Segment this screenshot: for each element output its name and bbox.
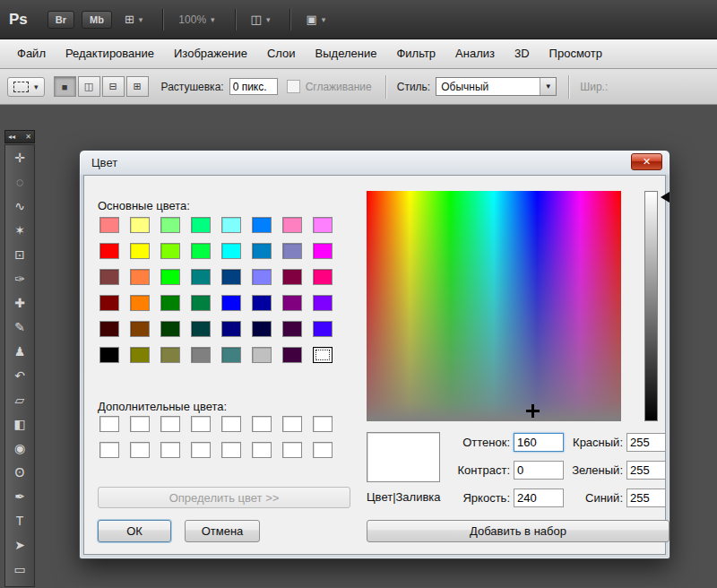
color-swatch[interactable] (99, 347, 119, 363)
pen-tool[interactable]: ✒ (5, 484, 34, 508)
color-swatch[interactable] (252, 269, 272, 285)
color-swatch[interactable] (160, 442, 180, 458)
gradient-tool[interactable]: ◧ (5, 411, 34, 436)
menu-item-view[interactable]: Просмотр (540, 39, 612, 68)
color-swatch[interactable] (160, 321, 180, 337)
color-swatch[interactable] (221, 416, 241, 432)
color-swatch[interactable] (191, 442, 211, 458)
color-swatch[interactable] (313, 321, 333, 337)
color-swatch[interactable] (191, 217, 211, 233)
intersect-selection-button[interactable]: ⊞ (126, 76, 149, 97)
launcher-button[interactable]: ⊞ ▾ (119, 10, 148, 29)
color-swatch[interactable] (252, 347, 272, 363)
color-swatch[interactable] (282, 269, 302, 285)
saturation-marker[interactable] (526, 404, 540, 418)
path-selection-tool[interactable]: ➤ (5, 532, 34, 557)
color-swatch[interactable] (160, 295, 180, 311)
add-to-custom-button[interactable]: Добавить в набор (367, 520, 669, 542)
shape-tool[interactable]: ▭ (5, 557, 34, 581)
color-swatch[interactable] (282, 442, 302, 458)
hue-saturation-field[interactable] (367, 191, 621, 421)
color-swatch[interactable] (130, 269, 150, 285)
color-swatch[interactable] (160, 243, 180, 259)
marquee-tool[interactable]: ◌ (5, 169, 34, 194)
color-swatch[interactable] (160, 347, 180, 363)
color-swatch[interactable] (282, 295, 302, 311)
color-swatch[interactable] (221, 442, 241, 458)
color-swatch[interactable] (313, 416, 333, 432)
define-custom-button[interactable]: Определить цвет >> (98, 487, 350, 508)
color-swatch[interactable] (313, 347, 333, 363)
new-selection-button[interactable]: ■ (54, 76, 76, 97)
green-input[interactable] (626, 461, 666, 480)
feather-input[interactable] (229, 78, 278, 95)
color-swatch[interactable] (221, 347, 241, 363)
cancel-button[interactable]: Отмена (185, 520, 260, 542)
color-swatch[interactable] (313, 295, 333, 311)
screen-mode-button[interactable]: ▣ ▾ (300, 10, 331, 29)
luminance-arrow[interactable] (661, 192, 669, 203)
blur-tool[interactable]: ◉ (5, 436, 34, 460)
ok-button[interactable]: ОК (98, 520, 171, 542)
color-swatch[interactable] (191, 321, 211, 337)
color-swatch[interactable] (191, 347, 211, 363)
color-swatch[interactable] (99, 442, 119, 458)
color-swatch[interactable] (252, 243, 272, 259)
brush-tool[interactable]: ✎ (5, 315, 34, 339)
crop-tool[interactable]: ⊡ (5, 242, 34, 266)
clone-stamp-tool[interactable]: ♟ (5, 339, 34, 363)
quick-selection-tool[interactable]: ✶ (5, 218, 34, 242)
color-swatch[interactable] (130, 416, 150, 432)
color-swatch[interactable] (221, 295, 241, 311)
color-swatch[interactable] (221, 217, 241, 233)
arrange-documents-button[interactable]: ◫ ▾ (246, 10, 276, 29)
eraser-tool[interactable]: ▱ (5, 387, 34, 411)
color-swatch[interactable] (282, 217, 302, 233)
red-input[interactable] (626, 433, 666, 452)
color-swatch[interactable] (221, 243, 241, 259)
color-swatch[interactable] (99, 416, 119, 432)
color-swatch[interactable] (130, 442, 150, 458)
antialias-checkbox[interactable] (287, 80, 300, 93)
menu-item-select[interactable]: Выделение (306, 39, 387, 68)
color-swatch[interactable] (313, 442, 333, 458)
type-tool[interactable]: T (5, 508, 34, 532)
color-swatch[interactable] (252, 295, 272, 311)
bridge-button[interactable]: Br (48, 11, 74, 29)
zoom-level-control[interactable]: 100% ▾ (173, 11, 220, 29)
history-brush-tool[interactable]: ↶ (5, 363, 34, 387)
color-swatch[interactable] (191, 295, 211, 311)
color-swatch[interactable] (130, 243, 150, 259)
healing-brush-tool[interactable]: ✚ (5, 290, 34, 315)
color-swatch[interactable] (191, 243, 211, 259)
color-swatch[interactable] (313, 217, 333, 233)
color-swatch[interactable] (99, 217, 119, 233)
menu-item-filter[interactable]: Фильтр (386, 39, 445, 68)
menu-item-3d[interactable]: 3D (505, 39, 540, 68)
subtract-selection-button[interactable]: ⊟ (102, 76, 125, 97)
style-dropdown[interactable]: Обычный ▼ (436, 77, 557, 96)
color-swatch[interactable] (282, 321, 302, 337)
dialog-close-button[interactable]: ✕ (631, 153, 662, 170)
color-swatch[interactable] (191, 269, 211, 285)
color-swatch[interactable] (252, 321, 272, 337)
color-swatch[interactable] (130, 347, 150, 363)
close-icon[interactable]: ✕ (25, 133, 31, 141)
menu-item-layers[interactable]: Слои (257, 39, 306, 68)
menu-item-analysis[interactable]: Анализ (445, 39, 505, 68)
eyedropper-tool[interactable]: ✑ (5, 266, 34, 290)
menu-item-image[interactable]: Изображение (164, 39, 257, 68)
color-swatch[interactable] (191, 416, 211, 432)
color-swatch[interactable] (282, 347, 302, 363)
hand-tool[interactable]: ✥ (5, 581, 34, 587)
color-swatch[interactable] (99, 295, 119, 311)
color-swatch[interactable] (130, 295, 150, 311)
color-swatch[interactable] (313, 269, 333, 285)
luminance-slider[interactable] (644, 191, 658, 421)
lasso-tool[interactable]: ∿ (5, 194, 34, 218)
color-swatch[interactable] (221, 321, 241, 337)
color-swatch[interactable] (160, 217, 180, 233)
color-swatch[interactable] (130, 321, 150, 337)
color-swatch[interactable] (282, 243, 302, 259)
minibridge-button[interactable]: Mb (82, 11, 112, 29)
